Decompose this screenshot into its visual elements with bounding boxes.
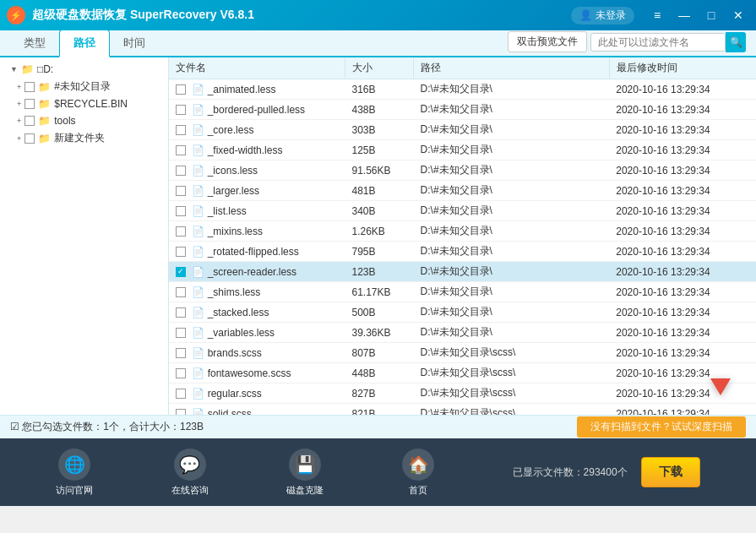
file-name: _animated.less bbox=[208, 84, 276, 95]
file-name-cell: 📄 _rotated-flipped.less bbox=[169, 242, 345, 262]
file-checkbox[interactable] bbox=[176, 247, 186, 257]
file-checkbox[interactable] bbox=[176, 125, 186, 135]
file-name: _shims.less bbox=[208, 286, 261, 298]
table-row[interactable]: 📄 brands.scss 807B D:\#未知父目录\scss\ 2020-… bbox=[169, 343, 756, 363]
content-area: ▼ 📁 □D: + 📁 #未知父目录 + 📁 $RECYCLE.BIN + 📁 … bbox=[0, 57, 756, 415]
col-header-path[interactable]: 路径 bbox=[414, 57, 610, 79]
tab-path[interactable]: 路径 bbox=[59, 30, 110, 57]
table-row[interactable]: 📄 _larger.less 481B D:\#未知父目录\ 2020-10-1… bbox=[169, 181, 756, 201]
footer-item-clone[interactable]: 💾 磁盘克隆 bbox=[286, 449, 324, 497]
file-modified-cell: 2020-10-16 13:29:34 bbox=[609, 140, 756, 160]
col-header-name[interactable]: 文件名 bbox=[169, 57, 345, 79]
user-label: 未登录 bbox=[596, 8, 626, 23]
file-icon: 📄 bbox=[192, 327, 204, 339]
search-input[interactable] bbox=[590, 33, 726, 52]
table-row[interactable]: 📄 _rotated-flipped.less 795B D:\#未知父目录\ … bbox=[169, 242, 756, 262]
tab-time[interactable]: 时间 bbox=[110, 30, 159, 56]
file-size-cell: 123B bbox=[345, 262, 414, 282]
checkbox-tools[interactable] bbox=[24, 116, 35, 126]
table-row[interactable]: 📄 _list.less 340B D:\#未知父目录\ 2020-10-16 … bbox=[169, 201, 756, 221]
file-name-cell: 📄 _larger.less bbox=[169, 181, 345, 201]
app-title: 超级硬盘数据恢复 SuperRecovery V6.8.1 bbox=[32, 8, 571, 23]
col-header-modified[interactable]: 最后修改时间 bbox=[609, 57, 756, 79]
table-row[interactable]: 📄 fontawesome.scss 448B D:\#未知父目录\scss\ … bbox=[169, 363, 756, 383]
file-checkbox[interactable] bbox=[176, 105, 186, 115]
sidebar-label-new-folder: 新建文件夹 bbox=[54, 131, 105, 145]
sidebar-item-tools[interactable]: + 📁 tools bbox=[0, 112, 168, 129]
file-size-cell: 795B bbox=[345, 242, 414, 262]
file-name-cell: 📄 fontawesome.scss bbox=[169, 363, 345, 383]
checkbox-unknown[interactable] bbox=[24, 82, 35, 92]
table-row[interactable]: 📄 _fixed-width.less 125B D:\#未知父目录\ 2020… bbox=[169, 140, 756, 160]
search-button[interactable]: 🔍 bbox=[726, 32, 746, 52]
caret-icon: + bbox=[17, 117, 21, 125]
sidebar-item-recycle[interactable]: + 📁 $RECYCLE.BIN bbox=[0, 95, 168, 112]
table-row[interactable]: 📄 _screen-reader.less 123B D:\#未知父目录\ 20… bbox=[169, 262, 756, 282]
file-path-cell: D:\#未知父目录\scss\ bbox=[414, 404, 610, 416]
file-name: _larger.less bbox=[208, 185, 259, 197]
file-checkbox[interactable] bbox=[176, 84, 186, 95]
file-checkbox[interactable] bbox=[176, 206, 186, 216]
file-path-cell: D:\#未知父目录\ bbox=[414, 120, 610, 140]
table-row[interactable]: 📄 solid.scss 821B D:\#未知父目录\scss\ 2020-1… bbox=[169, 404, 756, 416]
file-name-cell: 📄 _shims.less bbox=[169, 282, 345, 302]
checkbox-recycle[interactable] bbox=[24, 99, 35, 109]
file-checkbox[interactable] bbox=[176, 328, 186, 338]
file-modified-cell: 2020-10-16 13:29:34 bbox=[609, 323, 756, 343]
file-icon: 📄 bbox=[192, 347, 204, 359]
col-header-size[interactable]: 大小 bbox=[345, 57, 414, 79]
file-path-cell: D:\#未知父目录\ bbox=[414, 181, 610, 201]
footer-label-home: 首页 bbox=[409, 484, 427, 497]
file-size-cell: 61.17KB bbox=[345, 282, 414, 302]
footer-item-home[interactable]: 🏠 首页 bbox=[402, 449, 434, 497]
table-row[interactable]: 📄 _variables.less 39.36KB D:\#未知父目录\ 202… bbox=[169, 323, 756, 343]
user-info[interactable]: 👤 未登录 bbox=[571, 7, 634, 24]
file-checkbox[interactable] bbox=[176, 348, 186, 358]
file-checkbox[interactable] bbox=[176, 307, 186, 318]
file-checkbox[interactable] bbox=[176, 145, 186, 155]
checkbox-new-folder[interactable] bbox=[24, 133, 35, 144]
file-checkbox[interactable] bbox=[176, 226, 186, 237]
sidebar-item-unknown-parent[interactable]: + 📁 #未知父目录 bbox=[0, 78, 168, 95]
table-row[interactable]: 📄 regular.scss 827B D:\#未知父目录\scss\ 2020… bbox=[169, 383, 756, 404]
file-icon: 📄 bbox=[192, 246, 204, 258]
file-name-cell: 📄 _stacked.less bbox=[169, 302, 345, 323]
file-path-cell: D:\#未知父目录\ bbox=[414, 79, 610, 100]
tab-type[interactable]: 类型 bbox=[10, 30, 59, 56]
file-checkbox[interactable] bbox=[176, 166, 186, 176]
file-icon: 📄 bbox=[192, 104, 204, 116]
file-path-cell: D:\#未知父目录\ bbox=[414, 160, 610, 181]
folder-icon: 📁 bbox=[21, 63, 34, 75]
file-checkbox[interactable] bbox=[176, 368, 186, 378]
table-row[interactable]: 📄 _icons.less 91.56KB D:\#未知父目录\ 2020-10… bbox=[169, 160, 756, 181]
download-button[interactable]: 下载 bbox=[641, 457, 700, 487]
file-icon: 📄 bbox=[192, 144, 204, 156]
table-row[interactable]: 📄 _shims.less 61.17KB D:\#未知父目录\ 2020-10… bbox=[169, 282, 756, 302]
table-row[interactable]: 📄 _mixins.less 1.26KB D:\#未知父目录\ 2020-10… bbox=[169, 221, 756, 242]
file-checkbox[interactable] bbox=[176, 409, 186, 415]
scroll-arrow-overlay bbox=[710, 378, 731, 395]
file-checkbox[interactable] bbox=[176, 389, 186, 399]
file-modified-cell: 2020-10-16 13:29:34 bbox=[609, 343, 756, 363]
footer-item-chat[interactable]: 💬 在线咨询 bbox=[171, 449, 209, 497]
close-button[interactable]: ✕ bbox=[727, 6, 749, 24]
menu-button[interactable]: ≡ bbox=[646, 6, 668, 24]
footer-item-website[interactable]: 🌐 访问官网 bbox=[56, 449, 93, 497]
table-row[interactable]: 📄 _stacked.less 500B D:\#未知父目录\ 2020-10-… bbox=[169, 302, 756, 323]
status-bar: ☑ 您已勾选文件数：1个，合计大小：123B 没有扫描到文件？试试深度扫描 bbox=[0, 415, 756, 438]
file-name: solid.scss bbox=[208, 408, 252, 416]
file-checkbox[interactable] bbox=[176, 186, 186, 196]
file-path-cell: D:\#未知父目录\ bbox=[414, 140, 610, 160]
sidebar-item-new-folder[interactable]: + 📁 新建文件夹 bbox=[0, 129, 168, 147]
sidebar-item-d[interactable]: ▼ 📁 □D: bbox=[0, 61, 168, 78]
table-row[interactable]: 📄 _bordered-pulled.less 438B D:\#未知父目录\ … bbox=[169, 100, 756, 120]
table-row[interactable]: 📄 _core.less 303B D:\#未知父目录\ 2020-10-16 … bbox=[169, 120, 756, 140]
file-size-cell: 340B bbox=[345, 201, 414, 221]
file-checkbox[interactable] bbox=[176, 287, 186, 297]
preview-button[interactable]: 双击预览文件 bbox=[508, 31, 587, 52]
minimize-button[interactable]: — bbox=[673, 6, 695, 24]
table-row[interactable]: 📄 _animated.less 316B D:\#未知父目录\ 2020-10… bbox=[169, 79, 756, 100]
maximize-button[interactable]: □ bbox=[700, 6, 722, 24]
deep-scan-button[interactable]: 没有扫描到文件？试试深度扫描 bbox=[577, 416, 746, 438]
file-checkbox[interactable] bbox=[176, 267, 186, 277]
